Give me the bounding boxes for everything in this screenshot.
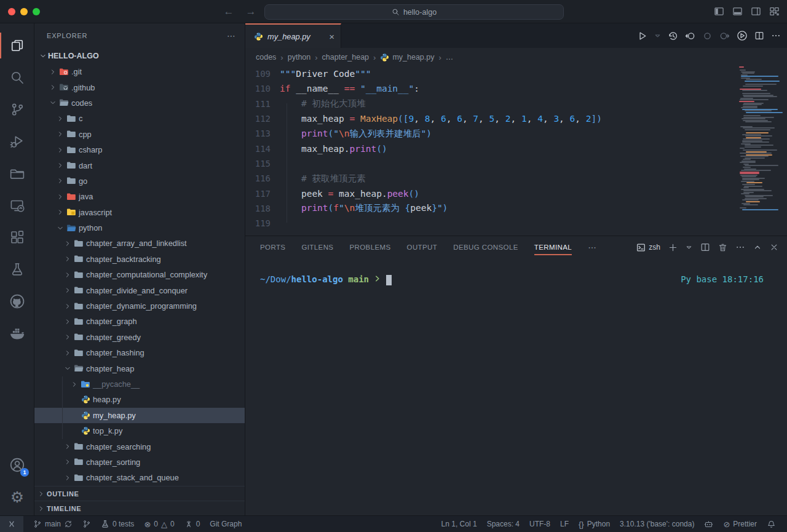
breadcrumb-item-2[interactable]: chapter_heap (322, 53, 369, 62)
chevron-down-icon[interactable] (63, 365, 73, 371)
activity-search[interactable] (0, 62, 34, 93)
chevron-right-icon[interactable] (48, 69, 58, 75)
panel-tab-problems[interactable]: PROBLEMS (349, 236, 390, 258)
activity-extensions[interactable] (0, 221, 34, 253)
more-actions-icon[interactable] (771, 31, 781, 41)
status-indentation[interactable]: Spaces: 4 (482, 516, 524, 532)
tree-item-chapter-divide-and-conquer[interactable]: chapter_divide_and_conquer (34, 282, 245, 298)
tree-item-my-heap-py[interactable]: my_heap.py (34, 408, 245, 423)
activity-run-debug[interactable] (0, 125, 34, 157)
run-icon[interactable] (637, 31, 647, 41)
status-git-branch-status[interactable]: main (28, 516, 77, 532)
tree-item-chapter-searching[interactable]: chapter_searching (34, 439, 245, 454)
chevron-right-icon[interactable] (55, 147, 65, 153)
tree-item-chapter-greedy[interactable]: chapter_greedy (34, 330, 245, 345)
chevron-right-icon[interactable] (55, 162, 65, 169)
chevron-right-icon[interactable] (69, 381, 79, 387)
tree-item--pycache-[interactable]: __pycache__ (34, 376, 245, 392)
open-changes-back-icon[interactable] (685, 31, 695, 41)
tree-item-chapter-sorting[interactable]: chapter_sorting (34, 455, 245, 470)
panel-more-actions[interactable] (735, 242, 745, 252)
status-encoding[interactable]: UTF-8 (524, 516, 555, 532)
close-window-button[interactable] (8, 8, 15, 15)
split-editor-icon[interactable] (754, 31, 764, 41)
status-cursor-position[interactable]: Ln 1, Col 1 (437, 516, 482, 532)
chevron-right-icon[interactable] (63, 475, 73, 481)
breadcrumb-item-1[interactable]: python (288, 53, 311, 62)
section-timeline[interactable]: TIMELINE (34, 501, 245, 515)
activity-explorer[interactable] (0, 30, 34, 62)
minimize-window-button[interactable] (20, 8, 28, 15)
command-center-search[interactable]: hello-algo (264, 4, 564, 20)
code-editor[interactable]: 109"""Driver Code"""110if __name__ == "_… (245, 66, 787, 236)
tab-my-heap-py[interactable]: my_heap.py × (245, 23, 341, 48)
tree-item--github[interactable]: .github (34, 79, 245, 95)
explorer-more-actions-button[interactable]: ⋯ (227, 31, 236, 41)
tree-item-c[interactable]: c (34, 111, 245, 126)
breadcrumb-item-0[interactable]: codes (256, 53, 276, 62)
status-copilot[interactable] (699, 516, 718, 532)
tree-item-go[interactable]: go (34, 173, 245, 189)
activity-settings[interactable]: ⚙ (0, 481, 34, 513)
status-notifications[interactable] (762, 516, 781, 532)
tree-item-csharp[interactable]: csharp (34, 142, 245, 157)
chevron-right-icon[interactable] (55, 194, 65, 200)
activity-testing[interactable] (0, 253, 34, 285)
code-runner-icon[interactable] (737, 30, 748, 41)
tree-item-codes[interactable]: codes (34, 95, 245, 111)
terminal-dropdown[interactable] (686, 244, 692, 251)
tree-item-java[interactable]: java (34, 189, 245, 204)
tree-item-heap-py[interactable]: heap.py (34, 392, 245, 407)
status-prettier[interactable]: ⊘Prettier (718, 516, 762, 532)
chevron-right-icon[interactable] (63, 303, 73, 309)
tree-item-cpp[interactable]: cpp (34, 127, 245, 142)
status-git-graph[interactable]: Git Graph (205, 516, 247, 532)
chevron-right-icon[interactable] (63, 334, 73, 340)
chevron-right-icon[interactable] (55, 209, 65, 215)
status-feedback-status[interactable]: 0 (180, 516, 205, 532)
tree-item--git[interactable]: .git (34, 64, 245, 79)
tree-item-chapter-hashing[interactable]: chapter_hashing (34, 345, 245, 360)
chevron-right-icon[interactable] (55, 116, 65, 122)
panel-tab-gitlens[interactable]: GITLENS (301, 236, 333, 258)
layout-sidebar-left-icon[interactable] (714, 6, 724, 17)
breadcrumb-item-3[interactable]: my_heap.py (380, 53, 434, 62)
maximize-window-button[interactable] (33, 8, 40, 15)
tree-item-chapter-dynamic-programming[interactable]: chapter_dynamic_programming (34, 298, 245, 314)
terminal[interactable]: ~/Dow/hello-algo main Py base 18:17:16 (245, 258, 787, 515)
panel-tabs-more[interactable]: ⋯ (588, 242, 596, 252)
maximize-panel-button[interactable] (753, 243, 762, 252)
activity-accounts[interactable]: 1 (0, 449, 34, 481)
status-remote-indicator[interactable] (0, 516, 23, 532)
chevron-right-icon[interactable] (63, 459, 73, 465)
chevron-right-icon[interactable] (63, 272, 73, 278)
tree-item-javascript[interactable]: javascript (34, 205, 245, 220)
history-forward-button[interactable]: → (245, 6, 257, 18)
terminal-shell-select[interactable]: zsh (636, 243, 660, 252)
status-gitlens-toggle[interactable] (77, 516, 96, 532)
tree-item-chapter-graph[interactable]: chapter_graph (34, 314, 245, 329)
chevron-right-icon[interactable] (63, 287, 73, 293)
chevron-right-icon[interactable] (55, 131, 65, 137)
status-eol[interactable]: LF (555, 516, 574, 532)
section-outline[interactable]: OUTLINE (34, 486, 245, 501)
open-changes-icon[interactable] (702, 31, 713, 41)
activity-docker[interactable] (0, 317, 34, 349)
layout-panel-icon[interactable] (732, 6, 743, 17)
tree-item-dart[interactable]: dart (34, 157, 245, 173)
chevron-right-icon[interactable] (63, 319, 73, 325)
panel-tab-terminal[interactable]: TERMINAL (534, 236, 572, 258)
history-back-button[interactable]: ← (223, 6, 235, 18)
status-problems-status[interactable]: ⊗0△0 (139, 516, 179, 532)
tree-root-hello-algo[interactable]: HELLO-ALGO (34, 48, 245, 64)
panel-tab-output[interactable]: OUTPUT (407, 236, 438, 258)
chevron-down-icon[interactable] (55, 225, 65, 231)
minimap[interactable] (739, 66, 785, 214)
close-tab-icon[interactable]: × (329, 31, 334, 42)
run-dropdown-icon[interactable] (654, 33, 661, 39)
chevron-right-icon[interactable] (48, 84, 58, 90)
tree-item-chapter-heap[interactable]: chapter_heap (34, 360, 245, 376)
activity-remote-explorer[interactable] (0, 189, 34, 221)
tree-item-chapter-array-and-linkedlist[interactable]: chapter_array_and_linkedlist (34, 236, 245, 251)
layout-sidebar-right-icon[interactable] (751, 6, 761, 17)
